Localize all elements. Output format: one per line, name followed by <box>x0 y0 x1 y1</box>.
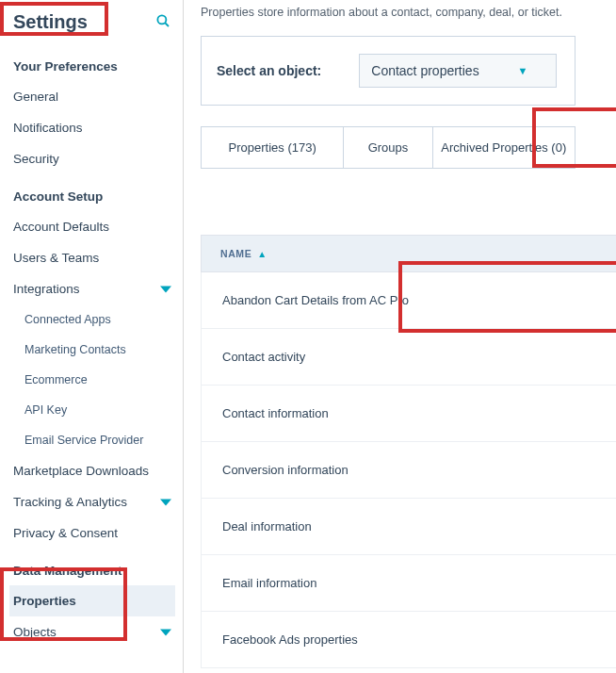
chevron-down-icon <box>160 497 171 508</box>
sidebar-item-api-key[interactable]: API Key <box>9 395 175 425</box>
table-row[interactable]: Deal information <box>201 499 616 555</box>
table-header-row[interactable]: NAME ▲ <box>201 235 616 272</box>
select-object-label: Select an object: <box>217 63 321 78</box>
sidebar-item-account-defaults[interactable]: Account Defaults <box>9 211 175 242</box>
select-value: Contact properties <box>371 63 478 78</box>
property-tabs: Properties (173) Groups Archived Propert… <box>201 126 575 169</box>
sidebar-item-marketing-contacts[interactable]: Marketing Contacts <box>9 335 175 365</box>
sidebar-item-objects[interactable]: Objects <box>9 616 175 648</box>
table-row[interactable]: Abandon Cart Details from AC Pro <box>201 272 616 329</box>
section-data-management: Data Management <box>9 549 175 585</box>
table-row[interactable]: Facebook Ads properties <box>201 612 616 668</box>
search-icon[interactable] <box>154 12 171 33</box>
intro-text: Properties store information about a con… <box>201 6 616 19</box>
sidebar-item-email-service-provider[interactable]: Email Service Provider <box>9 425 175 455</box>
sidebar-item-notifications[interactable]: Notifications <box>9 112 175 143</box>
sidebar-item-general[interactable]: General <box>9 81 175 112</box>
settings-sidebar: Settings Your Preferences General Notifi… <box>0 0 184 673</box>
sidebar-item-security[interactable]: Security <box>9 143 175 174</box>
table-row[interactable]: Contact information <box>201 386 616 442</box>
sidebar-item-privacy-consent[interactable]: Privacy & Consent <box>9 517 175 549</box>
chevron-down-icon <box>160 627 171 638</box>
caret-down-icon: ▼ <box>517 65 527 76</box>
section-your-preferences: Your Preferences <box>9 44 175 81</box>
page-title: Settings <box>13 11 88 33</box>
tab-groups[interactable]: Groups <box>343 126 431 169</box>
table-row[interactable]: Email information <box>201 555 616 612</box>
groups-table: NAME ▲ Abandon Cart Details from AC Pro … <box>201 235 616 668</box>
sidebar-item-integrations[interactable]: Integrations <box>9 273 175 304</box>
main-content: Properties store information about a con… <box>184 0 616 673</box>
sidebar-item-connected-apps[interactable]: Connected Apps <box>9 304 175 335</box>
sort-asc-icon: ▲ <box>257 249 267 259</box>
chevron-down-icon <box>160 284 171 295</box>
col-header-name: NAME <box>220 248 251 259</box>
object-select-dropdown[interactable]: Contact properties ▼ <box>359 54 557 88</box>
tab-properties[interactable]: Properties (173) <box>201 126 343 169</box>
table-row[interactable]: Contact activity <box>201 329 616 386</box>
sidebar-item-properties[interactable]: Properties <box>9 585 175 616</box>
tab-archived[interactable]: Archived Properties (0) <box>432 126 575 169</box>
sidebar-item-tracking-analytics[interactable]: Tracking & Analytics <box>9 486 175 517</box>
sidebar-item-marketplace-downloads[interactable]: Marketplace Downloads <box>9 455 175 486</box>
object-select-row: Select an object: Contact properties ▼ <box>201 36 575 106</box>
svg-point-0 <box>157 15 166 24</box>
section-account-setup: Account Setup <box>9 174 175 211</box>
svg-line-1 <box>165 23 169 26</box>
table-row[interactable]: Conversion information <box>201 442 616 499</box>
sidebar-item-users-teams[interactable]: Users & Teams <box>9 242 175 273</box>
sidebar-item-ecommerce[interactable]: Ecommerce <box>9 365 175 395</box>
